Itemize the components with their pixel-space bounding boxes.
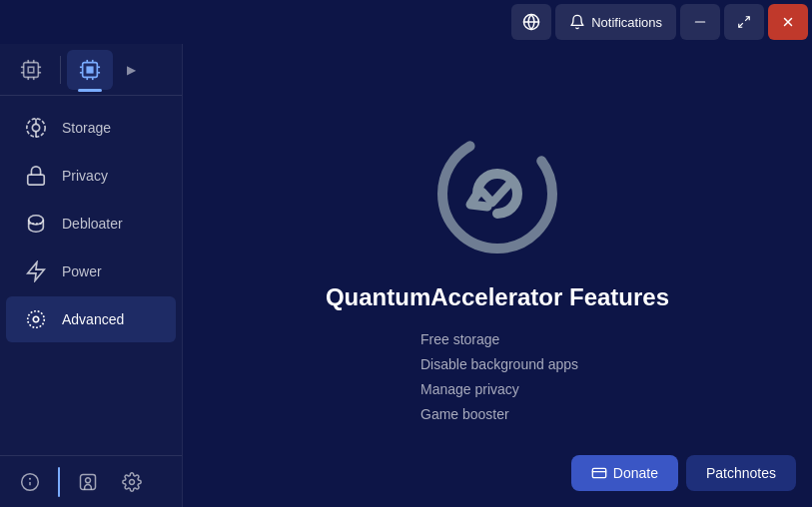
main-layout: ▶ Storage [0, 44, 812, 507]
cpu-icon-1 [20, 59, 42, 81]
svg-rect-18 [87, 67, 93, 73]
minimize-button[interactable] [680, 4, 720, 40]
sidebar-bottom-divider [58, 467, 60, 497]
sidebar-item-privacy-label: Privacy [62, 168, 108, 184]
power-icon [22, 260, 50, 282]
svg-point-40 [86, 477, 91, 482]
profile-button[interactable] [70, 464, 106, 500]
globe-button[interactable] [511, 4, 551, 40]
svg-point-28 [32, 124, 39, 131]
sidebar-item-debloater-label: Debloater [62, 216, 123, 232]
sidebar-bottom [0, 455, 182, 507]
content-bottom-buttons: Donate Patchnotes [571, 455, 796, 491]
sidebar-item-power-label: Power [62, 263, 102, 279]
donate-button[interactable]: Donate [571, 455, 678, 491]
features-list: Free storage Disable background apps Man… [416, 327, 578, 428]
svg-line-3 [745, 17, 749, 21]
sidebar-tabs: ▶ [0, 44, 182, 96]
feature-item-1: Disable background apps [416, 352, 578, 377]
feature-item-2: Manage privacy [416, 377, 578, 402]
notifications-button[interactable]: Notifications [555, 4, 676, 40]
svg-rect-7 [24, 62, 39, 77]
content-area: QuantumAccelerator Features Free storage… [183, 44, 812, 507]
cpu-icon-2 [79, 59, 101, 81]
donate-icon [591, 465, 607, 481]
sidebar-item-advanced[interactable]: Advanced [6, 296, 176, 342]
storage-icon [22, 117, 50, 139]
svg-rect-39 [81, 474, 96, 489]
svg-rect-8 [28, 67, 34, 73]
close-button[interactable] [768, 4, 808, 40]
svg-line-4 [739, 23, 743, 27]
donate-label: Donate [613, 465, 658, 481]
svg-point-35 [28, 311, 45, 328]
debloater-icon [22, 213, 50, 235]
sidebar-item-privacy[interactable]: Privacy [6, 153, 176, 199]
feature-item-0: Free storage [416, 327, 578, 352]
minimize-icon [693, 15, 707, 29]
sidebar-item-advanced-label: Advanced [62, 311, 124, 327]
sidebar-tab-arrow[interactable]: ▶ [117, 52, 145, 88]
privacy-icon [22, 165, 50, 187]
patchnotes-label: Patchnotes [706, 465, 776, 481]
info-icon [20, 472, 40, 492]
sidebar-tab-divider [60, 56, 61, 84]
maximize-icon [737, 15, 751, 29]
sidebar-item-storage[interactable]: Storage [6, 105, 176, 151]
sidebar-items: Storage Privacy [0, 96, 182, 455]
settings-button[interactable] [114, 464, 150, 500]
feature-item-3: Game booster [416, 402, 578, 427]
profile-icon [78, 472, 98, 492]
sidebar: ▶ Storage [0, 44, 183, 507]
svg-rect-2 [695, 21, 706, 22]
patchnotes-button[interactable]: Patchnotes [686, 455, 796, 491]
svg-point-41 [130, 479, 135, 484]
app-title: QuantumAccelerator Features [326, 283, 669, 311]
svg-rect-31 [28, 175, 45, 185]
svg-point-34 [33, 316, 39, 322]
bell-icon [569, 14, 585, 30]
sidebar-item-power[interactable]: Power [6, 249, 176, 294]
info-button[interactable] [12, 464, 48, 500]
sidebar-item-debloater[interactable]: Debloater [6, 201, 176, 247]
svg-rect-43 [592, 468, 605, 477]
top-bar: Notifications [0, 0, 812, 44]
advanced-icon [22, 308, 50, 330]
app-logo [427, 124, 567, 263]
settings-icon [122, 472, 142, 492]
notifications-label: Notifications [591, 15, 662, 30]
maximize-button[interactable] [724, 4, 764, 40]
sidebar-tab-cpu2[interactable] [67, 50, 113, 90]
sidebar-item-storage-label: Storage [62, 120, 111, 136]
sidebar-tab-cpu1[interactable] [8, 50, 54, 90]
close-icon [781, 15, 795, 29]
